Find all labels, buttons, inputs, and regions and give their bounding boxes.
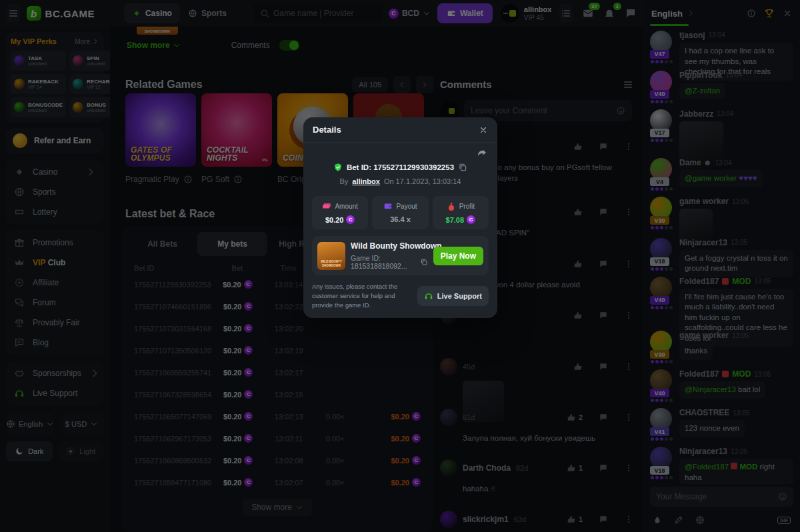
bet-details-modal: Details Bet ID: 1755271129930392253 By a… xyxy=(303,117,497,318)
coin-icon: C xyxy=(346,215,355,224)
bet-username-link[interactable]: allinbox xyxy=(352,177,380,185)
modal-title: Details xyxy=(313,125,341,135)
share-button[interactable] xyxy=(477,148,487,159)
live-support-label: Live Support xyxy=(437,292,482,300)
stat-profit: Profit$7.08C xyxy=(433,196,489,229)
verified-shield-icon xyxy=(333,163,343,172)
copy-bet-id-button[interactable] xyxy=(458,163,467,172)
amount-icon xyxy=(322,201,331,211)
copy-game-id-button[interactable] xyxy=(420,258,428,266)
bet-id-text: Bet ID: 1755271129930392253 xyxy=(347,163,454,171)
modal-close-button[interactable] xyxy=(479,125,488,135)
payout-icon xyxy=(383,201,393,211)
game-name: Wild Bounty Showdown xyxy=(351,241,428,251)
headset-icon xyxy=(424,291,433,301)
stat-amount: Amount$0.20C xyxy=(312,196,368,229)
play-now-button[interactable]: Play Now xyxy=(433,247,483,265)
game-info-box: WILD BOUNTY SHOWDOWN Wild Bounty Showdow… xyxy=(312,236,489,275)
stat-payout: Payout36.4 x xyxy=(372,196,428,229)
game-id-text: Game ID: 1815318818092... xyxy=(351,254,417,270)
bet-timestamp: On 17.1.2023, 13:03:14 xyxy=(384,177,461,185)
by-label: By xyxy=(339,177,348,185)
game-thumbnail[interactable]: WILD BOUNTY SHOWDOWN xyxy=(317,242,345,270)
coin-icon: C xyxy=(467,215,475,224)
live-support-button[interactable]: Live Support xyxy=(417,286,489,306)
thumb-label: WILD BOUNTY SHOWDOWN xyxy=(317,260,345,270)
support-note: Any issues, please contact the customer … xyxy=(312,282,412,309)
profit-icon xyxy=(447,201,456,211)
